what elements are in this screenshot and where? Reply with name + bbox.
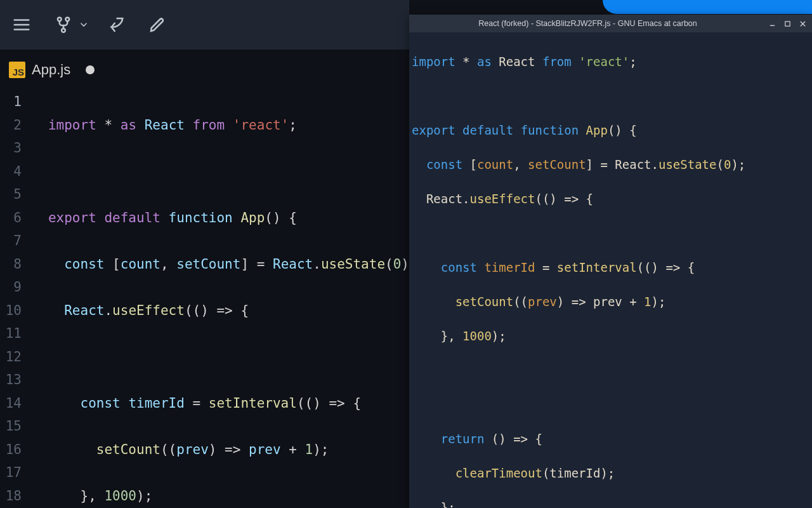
- top-right-pill[interactable]: [603, 0, 812, 14]
- window-titlebar[interactable]: React (forked) - StackBlitzRJW2FR.js - G…: [409, 15, 812, 32]
- code-content[interactable]: import * as React from 'react'; export d…: [33, 90, 409, 508]
- fork-button[interactable]: [47, 8, 80, 41]
- fork-dropdown-button[interactable]: [77, 8, 90, 41]
- js-file-icon: JS: [9, 62, 25, 78]
- edit-button[interactable]: [141, 8, 174, 41]
- maximize-icon: [784, 20, 791, 27]
- hamburger-menu-button[interactable]: [5, 8, 38, 41]
- tab-bar: JS App.js: [0, 50, 409, 90]
- window-title: React (forked) - StackBlitzRJW2FR.js - G…: [409, 19, 766, 28]
- share-button[interactable]: [99, 8, 132, 41]
- share-icon: [106, 15, 125, 34]
- tab-app-js[interactable]: JS App.js: [0, 50, 108, 90]
- emacs-code-content[interactable]: import * as React from 'react'; export d…: [409, 32, 812, 508]
- close-button[interactable]: [797, 18, 808, 29]
- window-controls: [766, 18, 812, 29]
- minimize-button[interactable]: [766, 18, 778, 29]
- unsaved-indicator-icon: [86, 65, 95, 74]
- pencil-icon: [148, 15, 167, 34]
- hamburger-icon: [12, 15, 31, 34]
- toolbar: [0, 0, 409, 50]
- chevron-down-icon: [79, 20, 89, 30]
- left-editor-panel: JS App.js 1 2 3 4 5 6 7 8 9 10 11 12 13 …: [0, 0, 409, 508]
- emacs-window: React (forked) - StackBlitzRJW2FR.js - G…: [409, 15, 812, 508]
- maximize-button[interactable]: [782, 18, 793, 29]
- tab-filename: App.js: [32, 62, 70, 78]
- minimize-icon: [769, 20, 776, 27]
- line-gutter: 1 2 3 4 5 6 7 8 9 10 11 12 13 14 15 16 1…: [0, 90, 33, 508]
- fork-icon: [54, 15, 73, 34]
- code-editor[interactable]: 1 2 3 4 5 6 7 8 9 10 11 12 13 14 15 16 1…: [0, 90, 409, 508]
- close-icon: [799, 20, 806, 27]
- svg-rect-8: [785, 21, 789, 25]
